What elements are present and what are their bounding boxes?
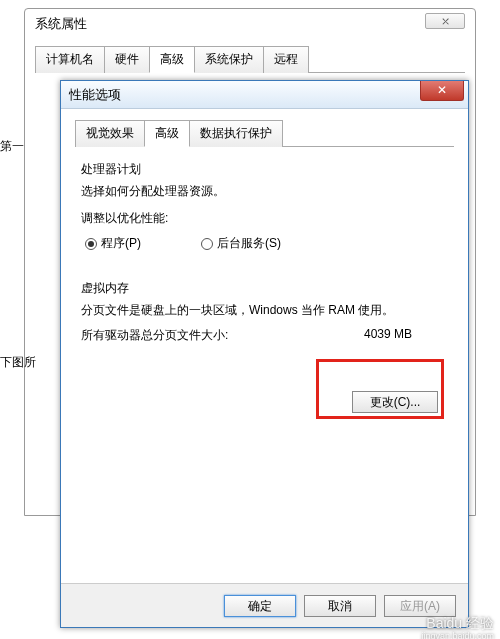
radio-programs[interactable]: 程序(P) <box>85 235 141 252</box>
system-properties-close-button[interactable]: ⤫ <box>425 13 465 29</box>
radio-services-label: 后台服务(S) <box>217 235 281 252</box>
close-button[interactable]: ✕ <box>420 81 464 101</box>
tab-visual-effects[interactable]: 视觉效果 <box>75 120 145 147</box>
dialog-body: 视觉效果 高级 数据执行保护 处理器计划 选择如何分配处理器资源。 调整以优化性… <box>61 109 468 583</box>
performance-options-titlebar: 性能选项 ✕ <box>61 81 468 109</box>
watermark-sub: jingyan.baidu.com <box>421 631 494 639</box>
apply-button[interactable]: 应用(A) <box>384 595 456 617</box>
radio-programs-label: 程序(P) <box>101 235 141 252</box>
radio-icon <box>201 238 213 250</box>
tab-hardware[interactable]: 硬件 <box>104 46 150 73</box>
processor-desc: 选择如何分配处理器资源。 <box>81 182 448 200</box>
virtual-memory-section: 虚拟内存 分页文件是硬盘上的一块区域，Windows 当作 RAM 使用。 所有… <box>81 280 448 344</box>
vm-desc: 分页文件是硬盘上的一块区域，Windows 当作 RAM 使用。 <box>81 301 448 319</box>
side-label-1: 第一 <box>0 138 24 155</box>
radio-icon <box>85 238 97 250</box>
tab-advanced-perf[interactable]: 高级 <box>144 120 190 147</box>
tab-system-protection[interactable]: 系统保护 <box>194 46 264 73</box>
vm-total-value: 4039 MB <box>364 327 412 344</box>
processor-scheduling-section: 处理器计划 选择如何分配处理器资源。 调整以优化性能: 程序(P) 后台服务(S… <box>81 161 448 252</box>
system-properties-title: 系统属性 <box>25 9 475 37</box>
watermark-text: Baidu 经验 <box>426 615 494 631</box>
radio-row: 程序(P) 后台服务(S) <box>85 235 444 252</box>
vm-total-row: 所有驱动器总分页文件大小: 4039 MB <box>81 327 448 344</box>
tab-computer-name[interactable]: 计算机名 <box>35 46 105 73</box>
processor-heading: 处理器计划 <box>81 161 448 178</box>
tab-dep[interactable]: 数据执行保护 <box>189 120 283 147</box>
ok-button[interactable]: 确定 <box>224 595 296 617</box>
adjust-label: 调整以优化性能: <box>81 210 448 227</box>
vm-heading: 虚拟内存 <box>81 280 448 297</box>
side-label-2: 下图所 <box>0 354 36 371</box>
cancel-button[interactable]: 取消 <box>304 595 376 617</box>
performance-options-title: 性能选项 <box>69 86 121 104</box>
close-icon: ✕ <box>437 83 447 97</box>
dialog-footer: 确定 取消 应用(A) <box>61 583 468 627</box>
performance-tabs: 视觉效果 高级 数据执行保护 <box>75 119 454 147</box>
radio-background-services[interactable]: 后台服务(S) <box>201 235 281 252</box>
performance-options-dialog: 性能选项 ✕ 视觉效果 高级 数据执行保护 处理器计划 选择如何分配处理器资源。… <box>60 80 469 628</box>
vm-total-label: 所有驱动器总分页文件大小: <box>81 327 228 344</box>
change-button[interactable]: 更改(C)... <box>352 391 438 413</box>
tab-remote[interactable]: 远程 <box>263 46 309 73</box>
tab-advanced[interactable]: 高级 <box>149 46 195 73</box>
system-properties-tabs: 计算机名 硬件 高级 系统保护 远程 <box>35 45 465 73</box>
